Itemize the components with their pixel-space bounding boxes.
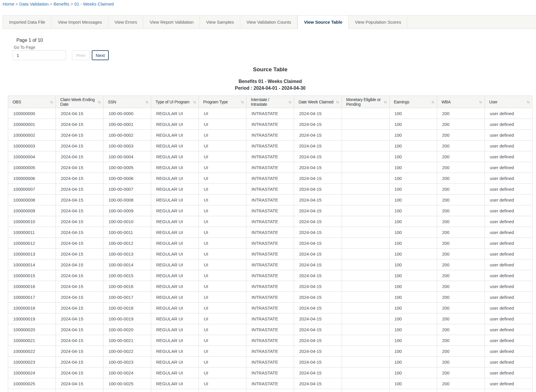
table-cell: UI xyxy=(199,216,246,227)
tab-view-samples[interactable]: View Samples xyxy=(200,15,240,29)
table-cell xyxy=(342,259,389,270)
breadcrumb-separator: > xyxy=(70,1,73,6)
table-cell: 100000017 xyxy=(8,292,56,303)
table-row: 1000000062024-04-15100-00-0006REGULAR UI… xyxy=(8,173,532,184)
table-cell: user defined xyxy=(485,346,532,357)
table-cell: 200 xyxy=(437,367,485,378)
table-cell: 100000001 xyxy=(8,119,56,130)
table-cell: REGULAR UI xyxy=(151,173,199,184)
table-cell: 200 xyxy=(437,162,485,173)
table-cell: REGULAR UI xyxy=(151,184,199,195)
table-cell: 2024-04-15 xyxy=(294,281,342,292)
table-row: 1000000212024-04-15100-00-0021REGULAR UI… xyxy=(8,335,532,346)
tab-view-errors[interactable]: View Errors xyxy=(108,15,143,29)
sort-icon[interactable]: ↑↓ xyxy=(431,100,434,104)
table-cell: 200 xyxy=(437,227,485,238)
column-header-date-week-claimed[interactable]: Date Week Claimed↑↓ xyxy=(294,96,342,108)
sort-icon[interactable]: ↑↓ xyxy=(50,100,53,104)
table-cell: 2024-04-15 xyxy=(294,108,342,119)
column-header-ssn[interactable]: SSN↑↓ xyxy=(103,96,151,108)
table-cell: 100 xyxy=(389,259,437,270)
breadcrumb-link-benefits[interactable]: Benefits xyxy=(53,1,69,6)
sort-icon[interactable]: ↑↓ xyxy=(145,100,148,104)
table-cell: 100000003 xyxy=(8,141,56,151)
table-cell: 2024-04-15 xyxy=(56,292,103,303)
column-header-interstate-intrastate[interactable]: Interstate / Intrastate↑↓ xyxy=(246,96,294,108)
table-cell: 200 xyxy=(437,335,485,346)
table-cell: 100-00-0025 xyxy=(103,378,151,389)
next-button[interactable]: Next xyxy=(92,50,109,60)
sort-icon[interactable]: ↑↓ xyxy=(384,100,386,104)
column-header-monetary-eligible-or-pending[interactable]: Monetary Eligible or Pending↑↓ xyxy=(342,96,389,108)
table-cell: UI xyxy=(199,141,246,151)
table-cell: 100000004 xyxy=(8,151,56,162)
tab-view-report-validation[interactable]: View Report Validation xyxy=(143,15,200,29)
breadcrumb-link-01-weeks-claimed[interactable]: 01 - Weeks Claimed xyxy=(74,1,114,6)
table-cell: UI xyxy=(199,205,246,216)
table-cell: INTRASTATE xyxy=(246,313,294,324)
sort-icon[interactable]: ↑↓ xyxy=(479,100,482,104)
table-cell: UI xyxy=(199,335,246,346)
sort-icon[interactable]: ↑↓ xyxy=(193,100,196,104)
table-cell: UI xyxy=(199,303,246,313)
sort-icon[interactable]: ↑↓ xyxy=(241,100,243,104)
column-header-earnings[interactable]: Earnings↑↓ xyxy=(389,96,437,108)
table-cell: 100-00-0003 xyxy=(103,141,151,151)
table-cell: 2024-04-15 xyxy=(56,173,103,184)
column-header-claim-week-ending-date[interactable]: Claim Week Ending Date↑↓ xyxy=(56,96,103,108)
table-cell: INTRASTATE xyxy=(246,292,294,303)
table-cell xyxy=(342,249,389,259)
table-title: Source Table xyxy=(8,66,532,73)
table-cell: 2024-04-15 xyxy=(294,205,342,216)
table-cell: 100000008 xyxy=(8,195,56,205)
tab-view-source-table[interactable]: View Source Table xyxy=(298,15,349,29)
tab-view-import-messages[interactable]: View Import Messages xyxy=(51,15,108,29)
table-cell xyxy=(342,335,389,346)
table-cell: REGULAR UI xyxy=(151,270,199,281)
table-cell xyxy=(342,313,389,324)
table-cell: UI xyxy=(199,195,246,205)
table-cell: REGULAR UI xyxy=(151,195,199,205)
header-row: OBS↑↓Claim Week Ending Date↑↓SSN↑↓Type o… xyxy=(8,96,532,108)
table-cell xyxy=(342,281,389,292)
table-cell: 100 xyxy=(389,108,437,119)
table-cell: 2024-04-15 xyxy=(294,303,342,313)
table-cell xyxy=(342,346,389,357)
table-cell xyxy=(342,205,389,216)
table-cell: 100-00-0009 xyxy=(103,205,151,216)
tab-bar: Imported Data FileView Import MessagesVi… xyxy=(3,15,536,29)
sort-icon[interactable]: ↑↓ xyxy=(288,100,291,104)
column-header-label: Type of UI Program xyxy=(155,100,189,104)
table-cell xyxy=(342,238,389,249)
sort-icon[interactable]: ↑↓ xyxy=(527,100,529,104)
breadcrumb-link-home[interactable]: Home xyxy=(3,1,14,6)
table-cell: INTRASTATE xyxy=(246,119,294,130)
table-cell: 100-00-0020 xyxy=(103,324,151,335)
column-header-obs[interactable]: OBS↑↓ xyxy=(8,96,56,108)
breadcrumb-link-data-validation[interactable]: Data Validation xyxy=(19,1,49,6)
table-cell: 2024-04-15 xyxy=(294,130,342,141)
column-header-user[interactable]: User↑↓ xyxy=(485,96,532,108)
table-cell: REGULAR UI xyxy=(151,119,199,130)
table-row: 1000000082024-04-15100-00-0008REGULAR UI… xyxy=(8,195,532,205)
table-cell: 2024-04-15 xyxy=(294,292,342,303)
sort-icon[interactable]: ↑↓ xyxy=(98,100,100,104)
column-header-wba[interactable]: WBA↑↓ xyxy=(437,96,485,108)
table-cell: 200 xyxy=(437,141,485,151)
table-row: 1000000142024-04-15100-00-0014REGULAR UI… xyxy=(8,259,532,270)
source-table-body: 1000000002024-04-15100-00-0000REGULAR UI… xyxy=(8,108,532,392)
table-cell: 100000024 xyxy=(8,367,56,378)
tab-imported-data-file[interactable]: Imported Data File xyxy=(3,15,51,29)
column-header-type-of-ui-program[interactable]: Type of UI Program↑↓ xyxy=(151,96,199,108)
prev-button[interactable]: Prev xyxy=(72,50,90,60)
page-input[interactable] xyxy=(13,50,66,60)
table-cell: INTRASTATE xyxy=(246,141,294,151)
table-cell: user defined xyxy=(485,357,532,367)
tab-view-validation-counts[interactable]: View Validation Counts xyxy=(240,15,298,29)
sort-icon[interactable]: ↑↓ xyxy=(336,100,339,104)
tab-view-population-scores[interactable]: View Population Scores xyxy=(349,15,407,29)
table-cell: 200 xyxy=(437,281,485,292)
column-header-program-type[interactable]: Program Type↑↓ xyxy=(199,96,246,108)
table-cell xyxy=(342,184,389,195)
table-cell: 2024-04-15 xyxy=(56,141,103,151)
